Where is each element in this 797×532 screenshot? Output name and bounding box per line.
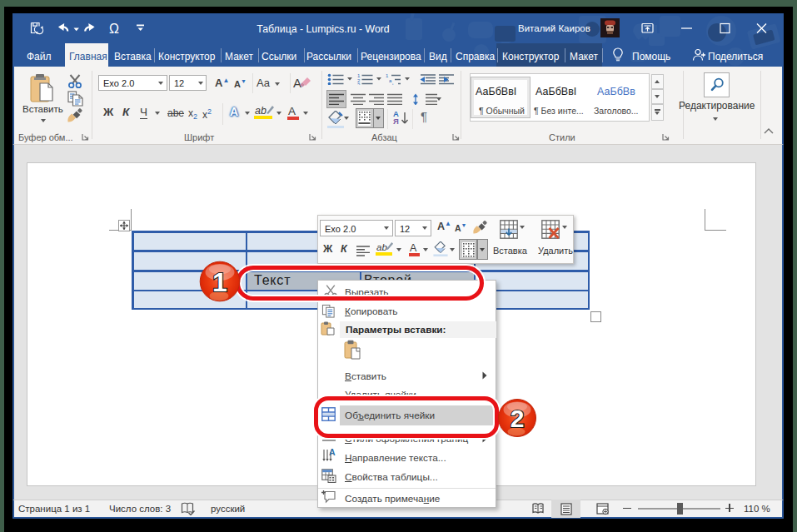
svg-text:3: 3: [357, 82, 361, 86]
svg-text:1: 1: [212, 267, 227, 297]
svg-text:Ω: Ω: [109, 22, 119, 36]
svg-text:А: А: [293, 76, 301, 90]
svg-text:А: А: [329, 448, 336, 457]
svg-text:2: 2: [511, 405, 525, 432]
svg-text:i: i: [392, 82, 393, 86]
